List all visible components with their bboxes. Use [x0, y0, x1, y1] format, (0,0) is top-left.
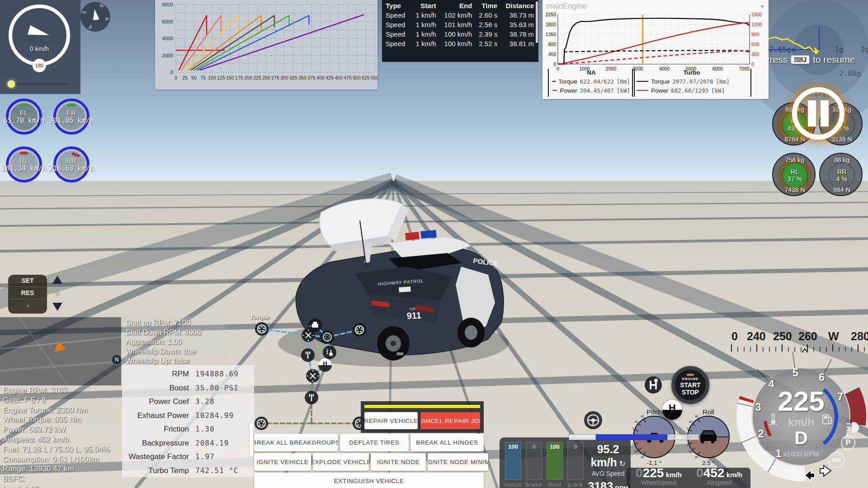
cruise-down-icon[interactable]	[52, 303, 62, 311]
svg-text:100: 100	[208, 75, 216, 80]
compass-rose: W S N E	[80, 2, 110, 32]
brake-bar: 0	[526, 442, 542, 480]
svg-text:60: 60	[695, 415, 698, 418]
slider-track[interactable]	[667, 434, 699, 440]
values-scrollbar[interactable]	[250, 423, 253, 456]
shift-line: Aggression: 1.00	[126, 337, 223, 347]
engine-start-stop-button[interactable]: ENGINE START STOP	[671, 366, 709, 404]
pitch-value: -1.1 °	[632, 460, 677, 466]
gauge-slider-track[interactable]	[11, 84, 69, 84]
svg-text:175: 175	[235, 75, 243, 80]
svg-text:2250: 2250	[546, 12, 557, 17]
svg-text:40: 40	[689, 450, 693, 453]
heading-240: 240	[747, 330, 766, 343]
repair-vehicle-button[interactable]: REPAIR VEHICLE	[364, 412, 418, 429]
engine-torque-power-chart: 2250180013509004500150012009006003000010…	[542, 10, 769, 78]
weight-pct: 4 %	[820, 175, 863, 183]
wheel-value: 301.05 km/h	[49, 117, 94, 125]
value-number: 35.80 PSI	[195, 384, 239, 392]
ignite-node-button[interactable]: IGNITE NODE	[371, 453, 426, 471]
engine-select[interactable]: mainEngine	[546, 2, 587, 11]
break-all-hinges-button[interactable]: BREAK ALL HINGES	[410, 434, 484, 451]
svg-text:1500: 1500	[751, 12, 762, 17]
pause-icon	[808, 100, 816, 127]
engine-value-row: Wastegate Factor 1.97	[122, 452, 254, 466]
g2-label: 2g	[861, 45, 868, 54]
svg-text:4000: 4000	[162, 36, 173, 41]
table-row: Speed1 km/h 101 km/h2.56 s 35.63 m	[384, 20, 536, 29]
value-label: RPM	[122, 370, 189, 379]
rpm-scale-label: x1000 RPM	[769, 450, 834, 458]
roll-label: Roll	[686, 408, 731, 416]
value-label: Exhaust Power	[122, 411, 189, 420]
stat-line: BSFC:	[3, 474, 110, 484]
weight-gauge-rl: 758 kg RL 37 % 7438 N	[772, 153, 816, 196]
parking-brake-indicator-icon: P	[841, 436, 855, 450]
svg-text:75: 75	[200, 75, 206, 80]
pump-node-icon	[323, 346, 336, 359]
wheelspeed-label: Wheelspeed	[629, 479, 688, 486]
ignite-vehicle-button[interactable]: IGNITE VEHICLE	[254, 453, 311, 471]
shift-line: Wheelslip Down: true	[126, 347, 223, 356]
extinguish-vehicle-button[interactable]: EXTINGUISH VEHICLE	[254, 473, 484, 488]
svg-text:0: 0	[175, 75, 177, 80]
cruise-gauge-icon[interactable]: ◔	[8, 299, 47, 313]
svg-text:150: 150	[226, 75, 234, 80]
gear-indicator: D	[769, 427, 834, 449]
engine-value-row: Exhaust Power 10284.99	[122, 411, 254, 425]
cruise-res-button[interactable]: RES	[8, 287, 47, 299]
engine-value-row: Power Coef 3.28	[122, 397, 254, 411]
value-label: Power Coef	[122, 397, 189, 406]
turn-signal-icons	[801, 465, 834, 484]
value-number: 1.30	[195, 425, 215, 433]
gear-shifter-icon[interactable]	[644, 376, 662, 394]
shift-line: Shift up RPM: 7100	[126, 318, 223, 328]
speed-value: 0 km/h	[12, 45, 66, 52]
weight-gauge-rr: 88 kg RR 4 % 864 N	[819, 153, 863, 196]
clutch-bar: 100	[505, 442, 521, 480]
g-trace-arrow-icon	[814, 47, 819, 54]
svg-text:600: 600	[751, 42, 760, 47]
pause-button[interactable]	[792, 87, 844, 140]
ignite-node-minimal-button[interactable]: IGNITE NODE MINIM	[428, 453, 488, 471]
break-all-breakgroups-button[interactable]: BREAK ALL BREAKGROUPS	[254, 434, 338, 451]
value-number: 2084.19	[195, 439, 229, 447]
slider-track[interactable]	[569, 434, 596, 440]
explode-vehicle-button[interactable]: EXPLODE VEHICLE	[313, 453, 369, 471]
col-type: Type	[384, 1, 410, 10]
compass-e: E	[88, 24, 93, 30]
cancel-repair-button[interactable]: CANCEL REPAIR JOB	[420, 412, 480, 429]
svg-text:Call: Call	[410, 307, 415, 310]
value-label: Boost	[122, 384, 189, 393]
svg-text:1350: 1350	[546, 32, 557, 37]
cruise-up-icon[interactable]	[52, 276, 62, 284]
svg-text:525: 525	[362, 75, 370, 80]
powertrain-overlay-label: Torque	[250, 314, 269, 320]
table-row: Speed1 km/h 102 km/h2.60 s 36.73 m	[384, 10, 536, 20]
deflate-tires-button[interactable]: DEFLATE TIRES	[340, 434, 409, 451]
wheel-value: 181.34 km/h	[1, 164, 46, 173]
engine-value-row: Turbo Temp 742.51 °C	[122, 466, 254, 480]
wheel-pos-label: RL	[773, 168, 816, 175]
svg-text:H: H	[323, 360, 327, 367]
engine-values-panel: RPM 194888.69Boost 35.80 PSIPower Coef 3…	[122, 365, 254, 477]
stat-line: Airspeed: 452 km/h	[3, 435, 110, 445]
svg-text:40: 40	[635, 420, 638, 423]
graph-scrub-slider[interactable]	[569, 434, 699, 440]
refresh-icon[interactable]: ↻	[619, 460, 625, 468]
gauge-slider-knob[interactable]	[8, 80, 15, 88]
svg-text:20: 20	[687, 427, 688, 430]
slider-fill[interactable]	[596, 434, 667, 440]
cruise-set-button[interactable]: SET	[8, 275, 47, 287]
torque-converter-node-icon	[321, 330, 334, 344]
col-distance: Distance	[499, 1, 536, 10]
weight-kg: 88 kg	[820, 156, 863, 164]
chevron-down-icon[interactable]: ▼	[760, 4, 765, 9]
table-scrollbar[interactable]	[536, 1, 538, 43]
wheelspeed-unit: km/h	[666, 471, 682, 479]
value-number: 3.28	[195, 397, 215, 406]
ignition-indicator	[687, 374, 694, 376]
parking-brake-label: p-brk	[565, 482, 586, 488]
compass-n: N	[104, 16, 110, 22]
svg-text:1200: 1200	[751, 22, 762, 27]
